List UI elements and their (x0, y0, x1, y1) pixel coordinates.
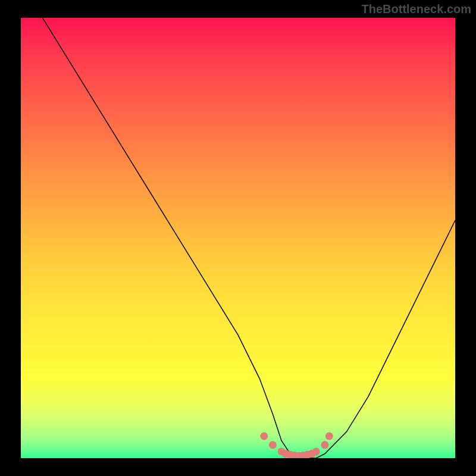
watermark-text: TheBottleneck.com (362, 2, 471, 16)
bottleneck-curve-line (43, 18, 456, 458)
highlight-dot (325, 433, 333, 440)
highlight-dot (260, 433, 268, 440)
highlight-dot (321, 441, 329, 449)
chart-plot-area (21, 18, 455, 458)
highlight-markers (260, 433, 333, 459)
highlight-dot (269, 441, 277, 449)
highlight-dot (312, 447, 320, 455)
chart-svg (21, 18, 455, 458)
